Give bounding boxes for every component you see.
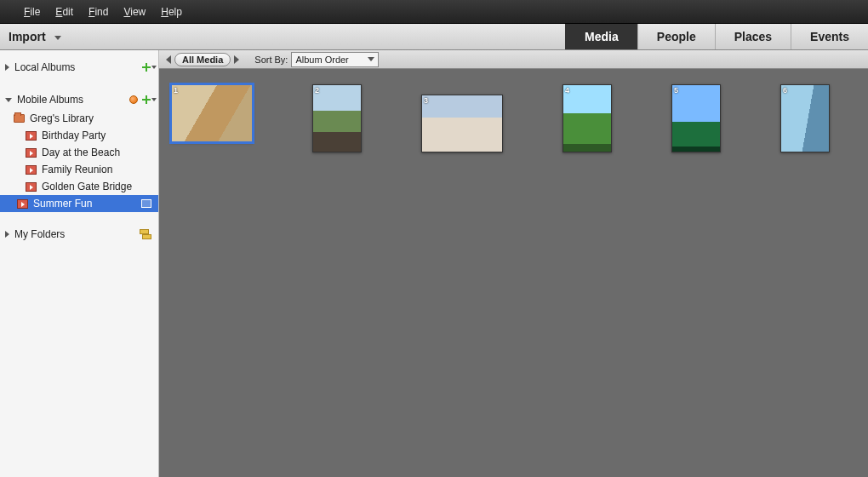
album-icon (17, 199, 28, 209)
folder-icon (14, 114, 25, 123)
toolbar: Import Media People Places Events (0, 24, 868, 50)
section-local-albums[interactable]: Local Albums (0, 57, 158, 78)
nav-back-icon[interactable] (166, 55, 171, 64)
album-day-at-the-beach[interactable]: Day at the Beach (0, 144, 158, 161)
add-album-icon[interactable] (141, 95, 151, 105)
sync-status-icon[interactable] (129, 95, 138, 104)
chevron-down-icon (368, 57, 374, 61)
nav-forward-icon[interactable] (234, 55, 239, 64)
tab-media[interactable]: Media (565, 24, 637, 49)
thumb-2[interactable]: 2 (312, 84, 362, 152)
album-family-reunion[interactable]: Family Reunion (0, 161, 158, 178)
menu-file[interactable]: File (24, 6, 40, 18)
thumb-6[interactable]: 6 (780, 84, 830, 152)
album-icon (26, 182, 37, 192)
section-mobile-albums[interactable]: Mobile Albums (0, 89, 158, 110)
main-area: Local Albums Mobile Albums Greg's Librar… (0, 50, 868, 477)
section-my-folders[interactable]: My Folders (0, 224, 158, 244)
thumb-index: 4 (565, 86, 569, 95)
thumb-3[interactable]: 3 (421, 95, 503, 152)
menubar: File Edit Find View Help (0, 0, 868, 24)
thumb-4[interactable]: 4 (562, 84, 612, 152)
album-label: Day at the Beach (42, 147, 120, 158)
album-label: Family Reunion (42, 164, 112, 175)
share-icon[interactable] (141, 199, 151, 208)
library-label: Greg's Library (30, 112, 94, 124)
tab-places[interactable]: Places (715, 24, 791, 49)
filter-pill[interactable]: All Media (174, 53, 231, 66)
menu-view[interactable]: View (123, 6, 146, 18)
view-tabs: Media People Places Events (565, 24, 868, 49)
thumb-index: 3 (424, 96, 428, 105)
album-summer-fun[interactable]: Summer Fun (0, 195, 158, 212)
link-folders-icon[interactable] (140, 229, 151, 239)
sort-value: Album Order (295, 55, 348, 65)
chevron-down-icon (54, 36, 61, 40)
menu-edit[interactable]: Edit (55, 6, 73, 18)
thumb-5[interactable]: 5 (671, 84, 721, 152)
thumb-index: 2 (315, 86, 319, 95)
expand-icon (5, 64, 9, 71)
tab-people[interactable]: People (637, 24, 715, 49)
album-label: Birthday Party (42, 129, 106, 141)
sidebar: Local Albums Mobile Albums Greg's Librar… (0, 50, 159, 477)
add-album-icon[interactable] (141, 62, 151, 72)
album-icon (26, 148, 37, 158)
thumb-1[interactable]: 1 (171, 84, 253, 142)
import-button[interactable]: Import (0, 24, 73, 49)
collapse-icon (5, 98, 12, 102)
section-label: Mobile Albums (17, 94, 129, 106)
content-area: All Media Sort By: Album Order 1 2 3 4 (159, 50, 868, 477)
album-icon (26, 165, 37, 175)
menu-help[interactable]: Help (161, 6, 182, 18)
sort-label: Sort By: (254, 55, 288, 65)
section-label: Local Albums (14, 61, 141, 73)
section-label: My Folders (14, 228, 140, 240)
album-birthday-party[interactable]: Birthday Party (0, 127, 158, 144)
album-icon (26, 131, 37, 141)
library-row[interactable]: Greg's Library (0, 110, 158, 127)
thumb-index: 5 (674, 86, 678, 95)
menu-find[interactable]: Find (89, 6, 108, 18)
filter-bar: All Media Sort By: Album Order (159, 50, 868, 69)
album-label: Golden Gate Bridge (42, 181, 132, 193)
sort-select[interactable]: Album Order (291, 52, 378, 67)
album-golden-gate-bridge[interactable]: Golden Gate Bridge (0, 178, 158, 195)
album-label: Summer Fun (33, 198, 92, 210)
thumbnail-grid: 1 2 3 4 5 6 (159, 69, 868, 477)
thumb-index: 6 (783, 86, 787, 95)
expand-icon (5, 231, 9, 238)
thumb-index: 1 (174, 86, 178, 95)
tab-events[interactable]: Events (791, 24, 868, 49)
import-label: Import (9, 30, 46, 43)
